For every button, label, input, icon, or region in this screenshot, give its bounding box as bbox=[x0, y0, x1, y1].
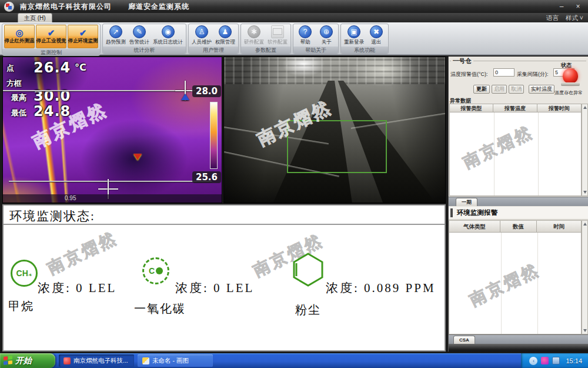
visual-camera-view: 南京熠然 bbox=[223, 57, 446, 203]
close-button[interactable]: × bbox=[574, 2, 582, 11]
gear-icon: ✱ bbox=[248, 25, 260, 38]
abnormal-table-scrollbar[interactable] bbox=[582, 104, 588, 196]
personnel-button[interactable]: ♙ 人员维护 bbox=[191, 25, 213, 46]
tab-home[interactable]: 主页 (H) bbox=[18, 13, 52, 22]
help-button[interactable]: ? 帮助 bbox=[295, 25, 315, 46]
ribbon-group-help: ? 帮助 ⊕ 关于 帮助关于 bbox=[293, 24, 339, 54]
title-divider bbox=[4, 224, 445, 225]
scroll-up-icon[interactable] bbox=[583, 106, 587, 109]
max-temp-marker-icon bbox=[181, 94, 189, 100]
start-label: 开始 bbox=[15, 356, 32, 366]
scroll-down-icon[interactable] bbox=[583, 191, 587, 194]
stop-vision-button[interactable]: ✔ 停止工业视觉 bbox=[36, 25, 66, 48]
col-gas-value[interactable]: 数值 bbox=[500, 220, 537, 233]
group-label-system: 系统功能 bbox=[341, 47, 388, 54]
update-button[interactable]: 更新 bbox=[473, 85, 490, 94]
warehouse-group-title: 一号仓 bbox=[451, 57, 473, 65]
start-button[interactable]: 开始 bbox=[0, 353, 55, 368]
window-icon: ▣ bbox=[348, 25, 360, 38]
check-icon: ✔ bbox=[48, 28, 55, 38]
minimize-button[interactable]: – bbox=[557, 2, 566, 11]
tray-chevron-icon[interactable]: ‹ bbox=[529, 357, 537, 365]
alarm-stats-button[interactable]: ✎ 告警统计 bbox=[128, 25, 151, 46]
person-icon: ♙ bbox=[195, 25, 208, 38]
ribbon-group-parameters: ✱ 硬件配置 软件配置 参数配置 bbox=[240, 24, 291, 54]
env-alarm-table-scrollbar[interactable] bbox=[582, 220, 588, 334]
thermal-box-label: 方框 bbox=[6, 78, 22, 89]
env-alarm-table-header: 气体类型 数值 时间 bbox=[449, 220, 582, 233]
carbon-monoxide-label: 一氧化碳 bbox=[134, 301, 186, 317]
ribbon-group-monitor-control: ◎ 停止红外测温 ✔ 停止工业视觉 ✔ 停止环境监测 监测控制 bbox=[2, 24, 101, 54]
lamp-caption: 温度存在异常 bbox=[554, 89, 583, 96]
carbon-monoxide-reading: 浓度: 0 LEL bbox=[175, 280, 254, 296]
window-title-company: 南京熠然电子科技有限公司 bbox=[20, 2, 112, 12]
scroll-down-icon[interactable] bbox=[583, 329, 587, 332]
abnormal-table-body: 南京熠然 bbox=[449, 112, 582, 196]
group-label-monitor-control: 监测控制 bbox=[2, 49, 100, 56]
col-gas-time[interactable]: 时间 bbox=[537, 220, 582, 233]
task-monitoring-app[interactable]: 南京熠然电子科技... bbox=[59, 354, 134, 367]
ribbon-group-statistics: ↗ 趋势预测 ✎ 告警统计 ◉ 系统日志统计 统计分析 bbox=[102, 24, 186, 54]
group-label-statistics: 统计分析 bbox=[103, 47, 186, 54]
watermark: 南京熠然 bbox=[459, 121, 537, 174]
syslog-stats-button[interactable]: ◉ 系统日志统计 bbox=[152, 25, 184, 46]
tray-network-icon[interactable] bbox=[552, 357, 560, 364]
paint-task-icon bbox=[142, 357, 149, 364]
group-label-help: 帮助关于 bbox=[293, 47, 338, 54]
globe-icon: ◉ bbox=[162, 25, 175, 38]
stop-env-monitor-button[interactable]: ✔ 停止环境监测 bbox=[68, 25, 98, 48]
col-alarm-time[interactable]: 报警时间 bbox=[537, 104, 582, 112]
infrared-icon: ◎ bbox=[15, 28, 23, 38]
panel-bottom-bar bbox=[449, 344, 588, 352]
taskbar: 开始 南京熠然电子科技... 未命名 - 画图 ‹ 15:14 bbox=[0, 353, 588, 368]
methane-icon: CH₄ bbox=[11, 260, 38, 287]
bottom-tab-strip: CSA bbox=[449, 334, 588, 344]
temperature-scale-bar bbox=[210, 102, 218, 169]
about-button[interactable]: ⊕ 关于 bbox=[316, 25, 336, 46]
monitor-icon bbox=[271, 25, 284, 38]
window-title-app: 廊道安全监测系统 bbox=[128, 2, 189, 12]
relogin-button[interactable]: ▣ 重新登录 bbox=[343, 25, 365, 46]
app-task-icon bbox=[64, 357, 71, 364]
co-dot bbox=[156, 267, 163, 274]
right-panel: 一号仓 温度报警值(°C): 采集间隔(分): 状态 更新 启用 取消 实时温度… bbox=[448, 57, 588, 352]
edit-icon: ✎ bbox=[133, 25, 146, 38]
menu-row: 主页 (H) 语言 样式 ˅ bbox=[0, 13, 588, 22]
permissions-button[interactable]: ♟ 权限管理 bbox=[214, 25, 236, 46]
menu-language[interactable]: 语言 bbox=[546, 14, 559, 22]
min-temp-marker-icon bbox=[133, 154, 142, 160]
thermal-camera-view: 点 26.4 °C 方框 最高 30.0 最低 24.8 28.0 25.6 南… bbox=[2, 57, 222, 203]
thermal-max-label: 最高 bbox=[11, 92, 26, 103]
col-alarm-type[interactable]: 报警类型 bbox=[449, 104, 493, 112]
temp-alarm-input[interactable] bbox=[493, 68, 514, 77]
scale-min-badge: 25.6 bbox=[192, 171, 221, 183]
software-config-button: 软件配置 bbox=[266, 25, 289, 46]
thermal-min-label: 最低 bbox=[11, 108, 26, 118]
trend-predict-button[interactable]: ↗ 趋势预测 bbox=[105, 25, 127, 46]
abnormal-table-header: 报警类型 报警温度 报警时间 bbox=[449, 104, 582, 112]
menu-style[interactable]: 样式 ˅ bbox=[566, 14, 583, 22]
stop-infrared-button[interactable]: ◎ 停止红外测温 bbox=[4, 25, 35, 48]
measurement-line-top bbox=[3, 90, 191, 91]
globe-icon: ⊕ bbox=[320, 25, 333, 38]
realtime-temp-button[interactable]: 实时温度 bbox=[529, 85, 554, 94]
emissivity-value: 0.95 bbox=[65, 195, 76, 201]
tab-phase-one[interactable]: 一期 bbox=[456, 198, 477, 206]
dust-hexagon-icon bbox=[292, 251, 325, 288]
ribbon-group-system: ▣ 重新登录 ✖ 退出 系统功能 bbox=[340, 24, 389, 54]
task-paint[interactable]: 未命名 - 画图 bbox=[138, 354, 213, 367]
temp-alarm-label: 温度报警值(°C): bbox=[450, 71, 488, 78]
tab-csa[interactable]: CSA bbox=[453, 336, 475, 344]
carbon-monoxide-icon: C bbox=[142, 257, 169, 284]
col-alarm-temp[interactable]: 报警温度 bbox=[493, 104, 537, 112]
ribbon-group-user-mgmt: ♙ 人员维护 ♟ 权限管理 用户管理 bbox=[188, 24, 239, 54]
tray-app-icon[interactable] bbox=[541, 357, 549, 364]
app-logo-icon bbox=[4, 2, 14, 12]
env-alarm-title: 环境监测报警 bbox=[457, 208, 497, 217]
col-gas-type[interactable]: 气体类型 bbox=[449, 220, 500, 233]
exit-button[interactable]: ✖ 退出 bbox=[366, 25, 386, 46]
scroll-up-icon[interactable] bbox=[583, 223, 587, 226]
cancel-button: 取消 bbox=[509, 85, 524, 94]
detection-box bbox=[287, 120, 387, 173]
ribbon-toolbar: ◎ 停止红外测温 ✔ 停止工业视觉 ✔ 停止环境监测 监测控制 ↗ 趋势预测 ✎… bbox=[0, 22, 588, 55]
